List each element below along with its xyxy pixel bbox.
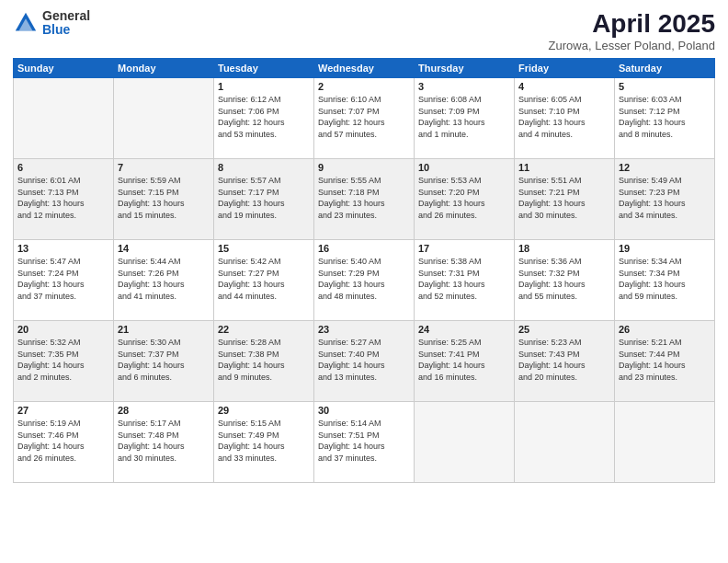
day-info: Sunrise: 5:42 AM Sunset: 7:27 PM Dayligh… (218, 256, 310, 302)
day-info: Sunrise: 5:44 AM Sunset: 7:26 PM Dayligh… (118, 256, 210, 302)
day-number: 20 (17, 324, 109, 335)
logo-general: General (42, 9, 90, 23)
day-cell: 14Sunrise: 5:44 AM Sunset: 7:26 PM Dayli… (114, 240, 214, 321)
day-cell: 16Sunrise: 5:40 AM Sunset: 7:29 PM Dayli… (314, 240, 415, 321)
day-info: Sunrise: 5:34 AM Sunset: 7:34 PM Dayligh… (619, 256, 711, 302)
day-number: 30 (318, 405, 410, 416)
day-number: 5 (619, 81, 711, 92)
day-info: Sunrise: 5:15 AM Sunset: 7:49 PM Dayligh… (218, 418, 310, 464)
day-cell: 20Sunrise: 5:32 AM Sunset: 7:35 PM Dayli… (14, 321, 114, 402)
day-number: 12 (619, 162, 711, 173)
col-tuesday: Tuesday (214, 59, 314, 78)
day-info: Sunrise: 6:10 AM Sunset: 7:07 PM Dayligh… (318, 94, 410, 140)
day-cell: 30Sunrise: 5:14 AM Sunset: 7:51 PM Dayli… (314, 402, 415, 483)
day-cell (114, 78, 214, 159)
day-info: Sunrise: 6:08 AM Sunset: 7:09 PM Dayligh… (418, 94, 510, 140)
logo-text: General Blue (42, 9, 90, 38)
day-cell: 26Sunrise: 5:21 AM Sunset: 7:44 PM Dayli… (615, 321, 715, 402)
day-info: Sunrise: 5:59 AM Sunset: 7:15 PM Dayligh… (118, 175, 210, 221)
day-cell: 11Sunrise: 5:51 AM Sunset: 7:21 PM Dayli… (515, 159, 615, 240)
day-cell: 2Sunrise: 6:10 AM Sunset: 7:07 PM Daylig… (314, 78, 415, 159)
day-number: 8 (218, 162, 310, 173)
day-info: Sunrise: 5:57 AM Sunset: 7:17 PM Dayligh… (218, 175, 310, 221)
day-cell: 3Sunrise: 6:08 AM Sunset: 7:09 PM Daylig… (415, 78, 515, 159)
day-number: 22 (218, 324, 310, 335)
header: General Blue April 2025 Zurowa, Lesser P… (13, 9, 715, 52)
day-cell: 18Sunrise: 5:36 AM Sunset: 7:32 PM Dayli… (515, 240, 615, 321)
day-cell: 13Sunrise: 5:47 AM Sunset: 7:24 PM Dayli… (14, 240, 114, 321)
day-cell: 4Sunrise: 6:05 AM Sunset: 7:10 PM Daylig… (515, 78, 615, 159)
day-number: 26 (619, 324, 711, 335)
day-info: Sunrise: 6:05 AM Sunset: 7:10 PM Dayligh… (518, 94, 610, 140)
day-cell: 8Sunrise: 5:57 AM Sunset: 7:17 PM Daylig… (214, 159, 314, 240)
calendar-table: Sunday Monday Tuesday Wednesday Thursday… (13, 58, 715, 483)
day-number: 16 (318, 243, 410, 254)
day-number: 7 (118, 162, 210, 173)
day-cell: 12Sunrise: 5:49 AM Sunset: 7:23 PM Dayli… (615, 159, 715, 240)
day-info: Sunrise: 5:49 AM Sunset: 7:23 PM Dayligh… (619, 175, 711, 221)
day-cell: 5Sunrise: 6:03 AM Sunset: 7:12 PM Daylig… (615, 78, 715, 159)
day-number: 17 (418, 243, 510, 254)
day-number: 3 (418, 81, 510, 92)
day-number: 10 (418, 162, 510, 173)
week-row-3: 13Sunrise: 5:47 AM Sunset: 7:24 PM Dayli… (14, 240, 715, 321)
day-number: 1 (218, 81, 310, 92)
day-cell: 17Sunrise: 5:38 AM Sunset: 7:31 PM Dayli… (415, 240, 515, 321)
logo-icon (13, 10, 39, 36)
day-number: 6 (17, 162, 109, 173)
day-cell (14, 78, 114, 159)
day-number: 27 (17, 405, 109, 416)
day-number: 28 (118, 405, 210, 416)
day-cell: 19Sunrise: 5:34 AM Sunset: 7:34 PM Dayli… (615, 240, 715, 321)
day-number: 25 (518, 324, 610, 335)
col-saturday: Saturday (615, 59, 715, 78)
day-info: Sunrise: 5:38 AM Sunset: 7:31 PM Dayligh… (418, 256, 510, 302)
day-info: Sunrise: 5:53 AM Sunset: 7:20 PM Dayligh… (418, 175, 510, 221)
day-info: Sunrise: 5:36 AM Sunset: 7:32 PM Dayligh… (518, 256, 610, 302)
col-wednesday: Wednesday (314, 59, 415, 78)
day-info: Sunrise: 5:32 AM Sunset: 7:35 PM Dayligh… (17, 337, 109, 383)
day-cell: 1Sunrise: 6:12 AM Sunset: 7:06 PM Daylig… (214, 78, 314, 159)
day-cell: 22Sunrise: 5:28 AM Sunset: 7:38 PM Dayli… (214, 321, 314, 402)
day-cell: 24Sunrise: 5:25 AM Sunset: 7:41 PM Dayli… (415, 321, 515, 402)
day-cell: 21Sunrise: 5:30 AM Sunset: 7:37 PM Dayli… (114, 321, 214, 402)
week-row-2: 6Sunrise: 6:01 AM Sunset: 7:13 PM Daylig… (14, 159, 715, 240)
day-info: Sunrise: 5:14 AM Sunset: 7:51 PM Dayligh… (318, 418, 410, 464)
day-info: Sunrise: 5:23 AM Sunset: 7:43 PM Dayligh… (518, 337, 610, 383)
day-cell (615, 402, 715, 483)
title-block: April 2025 Zurowa, Lesser Poland, Poland (549, 9, 715, 52)
day-number: 24 (418, 324, 510, 335)
day-cell: 10Sunrise: 5:53 AM Sunset: 7:20 PM Dayli… (415, 159, 515, 240)
day-number: 21 (118, 324, 210, 335)
day-info: Sunrise: 5:40 AM Sunset: 7:29 PM Dayligh… (318, 256, 410, 302)
logo-blue: Blue (42, 23, 90, 37)
day-info: Sunrise: 5:47 AM Sunset: 7:24 PM Dayligh… (17, 256, 109, 302)
day-cell: 28Sunrise: 5:17 AM Sunset: 7:48 PM Dayli… (114, 402, 214, 483)
week-row-5: 27Sunrise: 5:19 AM Sunset: 7:46 PM Dayli… (14, 402, 715, 483)
day-info: Sunrise: 5:21 AM Sunset: 7:44 PM Dayligh… (619, 337, 711, 383)
day-info: Sunrise: 5:55 AM Sunset: 7:18 PM Dayligh… (318, 175, 410, 221)
calendar-title: April 2025 (549, 9, 715, 39)
col-friday: Friday (515, 59, 615, 78)
day-cell: 15Sunrise: 5:42 AM Sunset: 7:27 PM Dayli… (214, 240, 314, 321)
col-sunday: Sunday (14, 59, 114, 78)
page: General Blue April 2025 Zurowa, Lesser P… (0, 0, 728, 563)
day-number: 18 (518, 243, 610, 254)
day-cell: 9Sunrise: 5:55 AM Sunset: 7:18 PM Daylig… (314, 159, 415, 240)
week-row-1: 1Sunrise: 6:12 AM Sunset: 7:06 PM Daylig… (14, 78, 715, 159)
day-info: Sunrise: 5:27 AM Sunset: 7:40 PM Dayligh… (318, 337, 410, 383)
col-thursday: Thursday (415, 59, 515, 78)
day-cell: 7Sunrise: 5:59 AM Sunset: 7:15 PM Daylig… (114, 159, 214, 240)
day-cell: 27Sunrise: 5:19 AM Sunset: 7:46 PM Dayli… (14, 402, 114, 483)
day-number: 4 (518, 81, 610, 92)
day-number: 14 (118, 243, 210, 254)
day-number: 9 (318, 162, 410, 173)
logo: General Blue (13, 9, 90, 38)
day-number: 13 (17, 243, 109, 254)
col-monday: Monday (114, 59, 214, 78)
day-cell: 6Sunrise: 6:01 AM Sunset: 7:13 PM Daylig… (14, 159, 114, 240)
day-cell: 23Sunrise: 5:27 AM Sunset: 7:40 PM Dayli… (314, 321, 415, 402)
day-cell (515, 402, 615, 483)
day-info: Sunrise: 5:51 AM Sunset: 7:21 PM Dayligh… (518, 175, 610, 221)
day-info: Sunrise: 5:25 AM Sunset: 7:41 PM Dayligh… (418, 337, 510, 383)
